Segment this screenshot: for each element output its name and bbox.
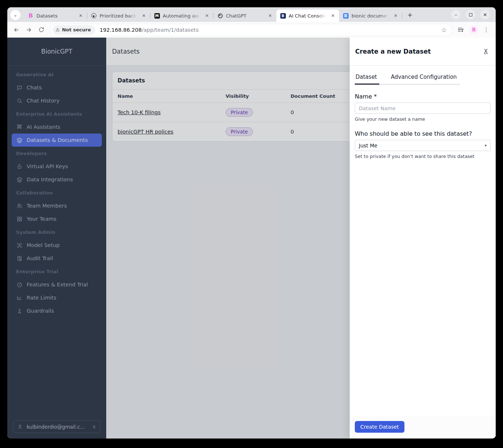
tab-separator bbox=[402, 13, 402, 19]
tab-title: Prioritized backl bbox=[100, 13, 138, 19]
forward-button[interactable] bbox=[23, 24, 34, 35]
reload-icon bbox=[38, 27, 45, 33]
create-dataset-button[interactable]: Create Dataset bbox=[355, 421, 404, 433]
security-chip[interactable]: ⚠ Not secure bbox=[53, 25, 95, 35]
url-host: 192.168.86.208 bbox=[100, 27, 142, 33]
page-content: BionicGPT Generative AI ? Chats Chat His… bbox=[7, 38, 496, 439]
create-dataset-panel: Create a new Dataset X Dataset Advanced … bbox=[350, 38, 496, 439]
bionicgpt-favicon-icon: B bbox=[28, 13, 34, 19]
back-icon bbox=[13, 27, 20, 33]
browser-window: ⌄ B Datasets ✕ Prioritized backl ✕ M Aut… bbox=[7, 7, 496, 439]
close-icon[interactable]: ✕ bbox=[77, 12, 84, 19]
tab-title: Automating awa bbox=[163, 13, 201, 19]
tab-datasets[interactable]: B Datasets ✕ bbox=[24, 9, 87, 22]
window-controls: – ✕ bbox=[451, 7, 496, 22]
maximize-icon bbox=[469, 13, 472, 16]
new-tab-button[interactable]: + bbox=[405, 10, 415, 20]
security-label: Not secure bbox=[62, 27, 91, 32]
close-icon[interactable]: ✕ bbox=[330, 12, 336, 19]
browser-toolbar: ⚠ Not secure 192.168.86.208/app/team/1/d… bbox=[7, 22, 496, 38]
dataset-name-input[interactable] bbox=[355, 103, 491, 114]
reload-button[interactable] bbox=[36, 24, 47, 35]
tab-advanced-configuration[interactable]: Advanced Configuration bbox=[390, 72, 459, 85]
tab-automating[interactable]: M Automating awa ✕ bbox=[150, 9, 213, 22]
tab-title: Datasets bbox=[37, 13, 74, 19]
caret-down-icon: ▾ bbox=[485, 143, 487, 147]
tab-prioritized-backlog[interactable]: Prioritized backl ✕ bbox=[87, 9, 150, 22]
maximize-button[interactable] bbox=[466, 10, 475, 19]
url-text: 192.168.86.208/app/team/1/datasets bbox=[100, 27, 439, 33]
close-icon[interactable]: ✕ bbox=[392, 12, 399, 19]
github-favicon-icon bbox=[91, 13, 97, 19]
tab-dataset[interactable]: Dataset bbox=[355, 72, 379, 85]
close-icon[interactable]: ✕ bbox=[204, 12, 210, 19]
address-bar[interactable]: ⚠ Not secure 192.168.86.208/app/team/1/d… bbox=[50, 24, 452, 36]
bookmark-star-icon[interactable]: ☆ bbox=[439, 26, 449, 34]
tab-chatgpt[interactable]: ChatGPT ✕ bbox=[214, 9, 276, 22]
bionic-navy-favicon-icon: B bbox=[280, 13, 286, 19]
name-label: Name * bbox=[355, 93, 491, 100]
panel-header: Create a new Dataset X bbox=[350, 38, 496, 66]
visibility-selected-value: Just Me bbox=[359, 143, 377, 148]
tab-strip: ⌄ B Datasets ✕ Prioritized backl ✕ M Aut… bbox=[7, 7, 496, 22]
visibility-help-text: Set to private if you don't want to shar… bbox=[355, 154, 491, 159]
bionicgpt-extension-icon[interactable]: B bbox=[469, 26, 478, 34]
forward-icon bbox=[26, 27, 32, 33]
close-window-button[interactable]: ✕ bbox=[480, 10, 490, 19]
tab-title: bionic document bbox=[352, 13, 389, 19]
back-button[interactable] bbox=[11, 24, 22, 35]
name-help-text: Give your new dataset a name bbox=[355, 116, 491, 122]
document-favicon-icon bbox=[343, 13, 349, 19]
tab-title: AI Chat Console bbox=[289, 13, 327, 19]
panel-footer: Create Dataset bbox=[350, 416, 496, 439]
tab-search-button[interactable]: ⌄ bbox=[10, 10, 20, 20]
panel-tabs: Dataset Advanced Configuration bbox=[355, 72, 460, 85]
browser-menu-button[interactable]: ⋮ bbox=[483, 26, 489, 33]
media-controls-icon[interactable] bbox=[457, 26, 464, 34]
warning-icon: ⚠ bbox=[55, 27, 60, 32]
chatgpt-favicon-icon bbox=[217, 13, 223, 19]
panel-body: Dataset Advanced Configuration Name * Gi… bbox=[350, 66, 496, 416]
visibility-select[interactable]: Just Me ▾ bbox=[355, 140, 491, 151]
tab-bionic-document[interactable]: bionic document ✕ bbox=[339, 9, 402, 22]
tab-title: ChatGPT bbox=[226, 13, 264, 19]
visibility-label: Who should be able to see this dataset? bbox=[355, 130, 491, 137]
close-icon[interactable]: ✕ bbox=[141, 12, 147, 19]
minimize-button[interactable]: – bbox=[451, 10, 461, 19]
chevron-down-icon: ⌄ bbox=[14, 12, 17, 18]
toolbar-right: B ⋮ bbox=[456, 26, 492, 34]
tab-ai-chat-console-active[interactable]: B AI Chat Console ✕ bbox=[276, 9, 339, 22]
panel-close-button[interactable]: X bbox=[484, 48, 488, 55]
modal-overlay bbox=[7, 38, 350, 439]
url-path: /app/team/1/datasets bbox=[142, 27, 199, 33]
close-icon[interactable]: ✕ bbox=[267, 12, 273, 19]
panel-title: Create a new Dataset bbox=[355, 48, 431, 55]
medium-favicon-icon: M bbox=[154, 13, 160, 19]
